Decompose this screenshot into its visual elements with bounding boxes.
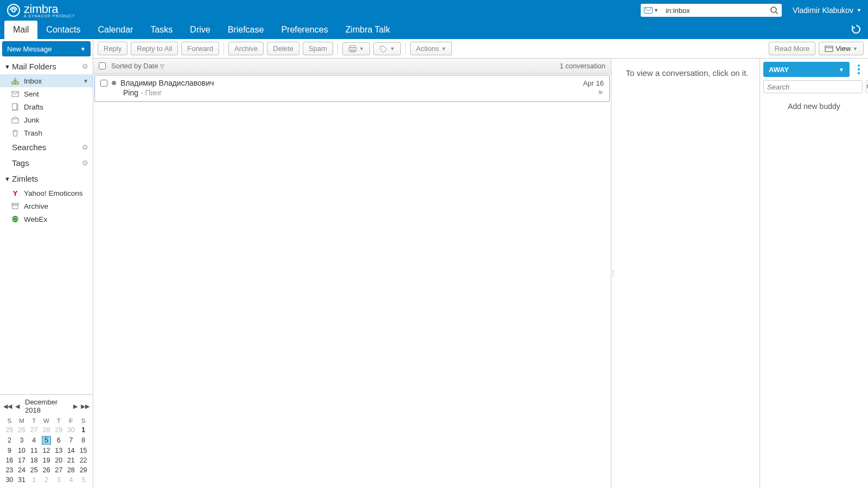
chat-search-input[interactable] (763, 80, 863, 93)
chevron-down-icon[interactable]: ▼ (80, 46, 86, 52)
message-checkbox[interactable] (100, 80, 107, 87)
cal-day[interactable]: 21 (65, 455, 78, 465)
cal-day[interactable]: 26 (40, 465, 53, 475)
chat-search-button[interactable] (866, 80, 868, 93)
new-message-button[interactable]: New Message ▼ (2, 41, 91, 56)
cal-day[interactable]: 28 (40, 425, 53, 435)
tab-calendar[interactable]: Calendar (89, 21, 142, 39)
chat-menu-button[interactable] (853, 65, 865, 74)
folder-drafts[interactable]: Drafts (0, 100, 93, 113)
section-mail-folders[interactable]: ▼ Mail Folders ⚙ (0, 59, 93, 74)
cal-prev-year[interactable]: ◀◀ (3, 403, 12, 410)
cal-day[interactable]: 3 (16, 435, 28, 446)
cal-day[interactable]: 27 (28, 425, 40, 435)
cal-day[interactable]: 16 (3, 455, 16, 465)
cal-day[interactable]: 30 (65, 425, 78, 435)
tab-contacts[interactable]: Contacts (37, 21, 89, 39)
cal-prev-month[interactable]: ◀ (15, 403, 20, 410)
cal-day[interactable]: 19 (40, 455, 53, 465)
cal-day[interactable]: 5 (77, 475, 90, 485)
section-zimlets[interactable]: ▼ Zimlets (0, 171, 93, 187)
sort-dropdown[interactable]: Sorted by Date ▽ (111, 62, 164, 70)
cal-day[interactable]: 2 (40, 475, 53, 485)
cal-day[interactable]: 12 (40, 446, 53, 455)
brand-logo[interactable]: zimbra A SYNACOR PRODUCT (7, 3, 75, 18)
cal-day[interactable]: 23 (3, 465, 16, 475)
cal-day[interactable]: 10 (16, 446, 28, 455)
print-dropdown[interactable]: ▼ (342, 42, 370, 55)
cal-next-month[interactable]: ▶ (73, 403, 78, 410)
tab-briefcase[interactable]: Briefcase (219, 21, 273, 39)
cal-day[interactable]: 13 (53, 446, 65, 455)
refresh-button[interactable] (851, 24, 861, 35)
cal-day[interactable]: 6 (53, 435, 65, 446)
cal-day[interactable]: 25 (3, 425, 16, 435)
cal-day[interactable]: 17 (16, 455, 28, 465)
view-dropdown[interactable]: View▼ (819, 42, 864, 55)
cal-day[interactable]: 7 (65, 435, 78, 446)
cal-day[interactable]: 8 (77, 435, 90, 446)
cal-day[interactable]: 5 (40, 435, 53, 446)
section-tags[interactable]: Tags ⚙ (0, 155, 93, 171)
zimlet-archive[interactable]: Archive (0, 200, 93, 213)
forward-button[interactable]: Forward (181, 42, 219, 55)
message-item[interactable]: Владимир ВладиславовичApr 16Ping - Пинг⚑ (94, 75, 610, 102)
cal-next-year[interactable]: ▶▶ (81, 403, 90, 410)
cal-day[interactable]: 29 (53, 425, 65, 435)
cal-day[interactable]: 11 (28, 446, 40, 455)
folder-sent[interactable]: Sent (0, 87, 93, 100)
cal-day[interactable]: 26 (16, 425, 28, 435)
archive-button[interactable]: Archive (228, 42, 264, 55)
search-input[interactable] (662, 7, 770, 15)
cal-day[interactable]: 1 (77, 425, 90, 435)
select-all-checkbox[interactable] (99, 62, 106, 69)
search-scope-dropdown[interactable]: ▼ (644, 7, 662, 14)
tab-zimbra-talk[interactable]: Zimbra Talk (337, 21, 399, 39)
cal-day[interactable]: 2 (3, 435, 16, 446)
spam-button[interactable]: Spam (303, 42, 333, 55)
read-more-button[interactable]: Read More (769, 42, 815, 55)
chevron-down-icon[interactable]: ▼ (83, 78, 88, 84)
cal-day[interactable]: 31 (16, 475, 28, 485)
tab-tasks[interactable]: Tasks (142, 21, 181, 39)
cal-day[interactable]: 1 (28, 475, 40, 485)
cal-day[interactable]: 9 (3, 446, 16, 455)
zimlet-webex[interactable]: WebEx (0, 213, 93, 226)
cal-day[interactable]: 28 (65, 465, 78, 475)
tab-drive[interactable]: Drive (181, 21, 219, 39)
cal-title[interactable]: December 2018 (25, 398, 68, 414)
global-search[interactable]: ▼ (641, 4, 782, 17)
cal-day[interactable]: 25 (28, 465, 40, 475)
cal-day[interactable]: 27 (53, 465, 65, 475)
reply-button[interactable]: Reply (98, 42, 127, 55)
flag-icon[interactable]: ⚑ (597, 89, 604, 97)
cal-day[interactable]: 29 (77, 465, 90, 475)
cal-day[interactable]: 15 (77, 446, 90, 455)
add-buddy-link[interactable]: Add new buddy (763, 102, 865, 111)
cal-day[interactable]: 22 (77, 455, 90, 465)
user-menu[interactable]: Vladimir Klabukov ▼ (793, 6, 861, 15)
cal-day[interactable]: 4 (28, 435, 40, 446)
gear-icon[interactable]: ⚙ (82, 159, 88, 167)
section-searches[interactable]: Searches ⚙ (0, 139, 93, 155)
cal-day[interactable]: 24 (16, 465, 28, 475)
actions-dropdown[interactable]: Actions▼ (410, 42, 452, 55)
chat-status-dropdown[interactable]: AWAY ▼ (763, 62, 850, 77)
cal-day[interactable]: 30 (3, 475, 16, 485)
zimlet-yahoo-emoticons[interactable]: YYahoo! Emoticons (0, 187, 93, 200)
cal-day[interactable]: 14 (65, 446, 78, 455)
cal-day[interactable]: 18 (28, 455, 40, 465)
cal-day[interactable]: 20 (53, 455, 65, 465)
tag-dropdown[interactable]: ▼ (373, 42, 401, 55)
tab-mail[interactable]: Mail (4, 21, 37, 39)
search-icon[interactable] (770, 6, 778, 15)
reply-all-button[interactable]: Reply to All (131, 42, 178, 55)
folder-junk[interactable]: Junk (0, 113, 93, 126)
gear-icon[interactable]: ⚙ (82, 62, 88, 70)
cal-day[interactable]: 4 (65, 475, 78, 485)
delete-button[interactable]: Delete (267, 42, 299, 55)
folder-trash[interactable]: Trash (0, 126, 93, 139)
folder-inbox[interactable]: Inbox▼ (0, 74, 93, 87)
gear-icon[interactable]: ⚙ (82, 143, 88, 151)
cal-day[interactable]: 3 (53, 475, 65, 485)
